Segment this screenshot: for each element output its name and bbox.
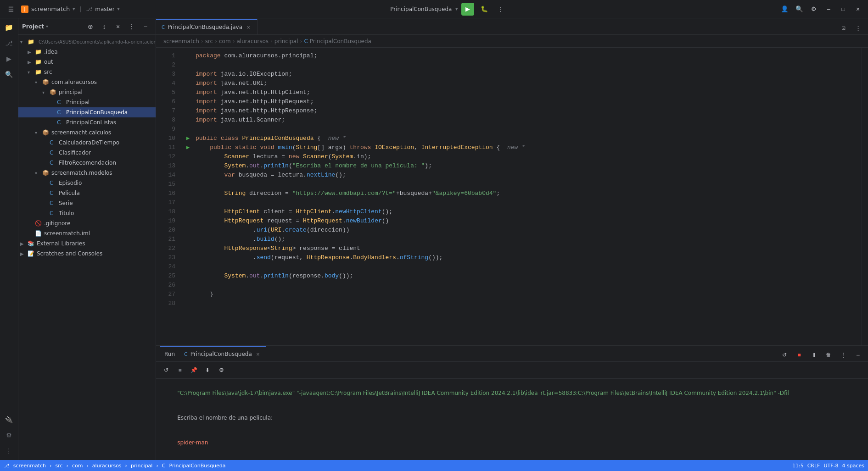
status-crlf[interactable]: CRLF [807, 463, 820, 469]
tree-label: com.aluracursos [51, 79, 156, 85]
panel-tabs: Run C PrincipalConBusqueda × ↺ ■ ⏸ 🗑 ⋮ − [156, 346, 868, 362]
library-icon: 📚 [28, 240, 35, 247]
settings-button[interactable]: ⚙ [807, 3, 820, 16]
tree-item-principal-pkg[interactable]: ▾ 📦 principal [18, 87, 156, 97]
breadcrumb-item-pcb[interactable]: PrincipalConBusqueda [310, 38, 371, 44]
console-tab-close[interactable]: × [255, 351, 261, 357]
tree-item-Episodio[interactable]: ▶ C Episodio [18, 178, 156, 188]
tree-item-Clasificador[interactable]: ▶ C Clasificador [18, 148, 156, 158]
app-name[interactable]: screenmatch [31, 6, 70, 12]
activity-more-icon[interactable]: ⋮ [2, 443, 17, 458]
folder-icon: 📁 [28, 39, 35, 45]
spacer: ▶ [42, 150, 50, 155]
tree-item-FiltroRecomendacion[interactable]: ▶ C FiltroRecomendacion [18, 158, 156, 168]
console-stop[interactable]: ■ [174, 364, 186, 377]
status-indent[interactable]: 4 spaces [842, 463, 865, 469]
code-content[interactable]: package com.aluracursos.principal; impor… [179, 48, 862, 345]
panel-rerun-button[interactable]: ↺ [778, 349, 791, 361]
more-run-options[interactable]: ⋮ [494, 3, 507, 16]
maximize-button[interactable]: □ [837, 3, 850, 16]
status-src[interactable]: src [55, 463, 62, 469]
status-class-name[interactable]: PrincipalConBusqueda [169, 463, 226, 469]
tree-item-gitignore[interactable]: ▶ 🚫 .gitignore [18, 218, 156, 228]
tab-close-button[interactable]: × [245, 24, 252, 30]
run-config-name[interactable]: PrincipalConBusqueda [390, 6, 452, 12]
tree-item-com-aluracursos[interactable]: ▾ 📦 com.aluracursos [18, 77, 156, 87]
spacer: ▶ [50, 120, 57, 125]
sidebar-close[interactable]: × [112, 20, 124, 33]
breadcrumb-item-com[interactable]: com [219, 38, 231, 44]
tree-item-screenmatch-iml[interactable]: ▶ 📄 screenmatch.iml [18, 228, 156, 238]
console-rerun[interactable]: ↺ [160, 364, 173, 377]
editor-scrollbar[interactable] [862, 48, 868, 345]
tree-item-CalculadoraDeTiempo[interactable]: ▶ C CalculadoraDeTiempo [18, 138, 156, 148]
spacer: ▶ [50, 100, 57, 105]
panel-clear-button[interactable]: 🗑 [822, 349, 835, 361]
account-button[interactable]: 👤 [778, 3, 791, 16]
status-principal[interactable]: principal [131, 463, 152, 469]
editor-tab-principal[interactable]: C PrincipalConBusqueda.java × [156, 19, 258, 34]
hamburger-icon[interactable]: ☰ [4, 2, 18, 17]
sidebar-more[interactable]: ⋮ [125, 20, 138, 33]
console-pin[interactable]: 📌 [187, 364, 200, 377]
tree-item-Serie[interactable]: ▶ C Serie [18, 198, 156, 208]
run-line-11[interactable]: ▶ [186, 143, 190, 152]
status-aluracursos[interactable]: aluracursos [92, 463, 122, 469]
console-settings[interactable]: ⚙ [215, 364, 228, 377]
search-button[interactable]: 🔍 [793, 3, 806, 16]
breadcrumb-item-class[interactable]: C [304, 38, 308, 44]
branch-name[interactable]: master [95, 6, 114, 12]
panel-pause-button[interactable]: ⏸ [807, 349, 820, 361]
tree-item-Titulo[interactable]: ▶ C Titulo [18, 208, 156, 218]
panel-more-button[interactable]: ⋮ [837, 349, 850, 361]
breadcrumb-item-screenmatch[interactable]: screenmatch [163, 38, 199, 44]
debug-button[interactable]: 🐛 [478, 3, 491, 16]
breadcrumb-sep-2: › [215, 38, 217, 44]
breadcrumb-item-aluracursos[interactable]: aluracursos [236, 38, 269, 44]
panel-stop-button[interactable]: ■ [793, 349, 806, 361]
activity-settings-icon[interactable]: ⚙ [2, 428, 17, 443]
activity-project-icon[interactable]: 📁 [2, 20, 17, 35]
activity-plugins-icon[interactable]: 🔌 [2, 412, 17, 427]
sidebar-collapse[interactable]: ↕ [98, 20, 111, 33]
console-scroll[interactable]: ⬇ [201, 364, 214, 377]
breadcrumb-item-src[interactable]: src [205, 38, 213, 44]
status-encoding[interactable]: UTF-8 [823, 463, 838, 469]
activity-search-icon[interactable]: 🔍 [2, 67, 17, 82]
run-button[interactable]: ▶ [461, 3, 474, 16]
code-line-9 [186, 125, 862, 134]
tree-item-idea[interactable]: ▶ 📁 .idea [18, 47, 156, 57]
sidebar-tree: ▾ 📁 screenmatch C:\Users\ASUS\Documents\… [18, 35, 156, 460]
tree-item-Pelicula[interactable]: ▶ C Pelicula [18, 188, 156, 198]
status-line-col[interactable]: 11:5 [792, 463, 804, 469]
arrow-icon: ▾ [35, 171, 42, 176]
tree-item-PrincipalConListas[interactable]: ▶ C PrincipalConListas [18, 117, 156, 127]
tree-item-scratches[interactable]: ▶ 📝 Scratches and Consoles [18, 249, 156, 259]
status-com[interactable]: com [72, 463, 83, 469]
tree-item-screenmatch-modelos[interactable]: ▾ 📦 screenmatch.modelos [18, 168, 156, 178]
panel-tab-console[interactable]: C PrincipalConBusqueda × [179, 346, 266, 361]
console-line-3: spider-man [160, 430, 864, 455]
sidebar-new-file[interactable]: ⊕ [84, 20, 97, 33]
code-line-18: HttpClient client = HttpClient.newHttpCl… [186, 207, 862, 216]
activity-git-icon[interactable]: ⎇ [2, 36, 17, 50]
sidebar-minimize[interactable]: − [139, 20, 152, 33]
editor-split-icon[interactable]: ⊡ [837, 22, 850, 34]
tree-item-screenmacht-calculos[interactable]: ▾ 📦 screenmacht.calculos [18, 127, 156, 138]
tree-item-screenmatch[interactable]: ▾ 📁 screenmatch C:\Users\ASUS\Documents\… [18, 37, 156, 47]
minimize-button[interactable]: − [822, 3, 835, 16]
breadcrumb-item-principal[interactable]: principal [274, 38, 298, 44]
tree-item-src[interactable]: ▾ 📁 src [18, 67, 156, 77]
editor-more-icon[interactable]: ⋮ [851, 22, 864, 34]
panel-minimize[interactable]: − [851, 349, 864, 361]
tree-item-out[interactable]: ▶ 📁 out [18, 57, 156, 67]
activity-run-icon[interactable]: ▶ [2, 51, 17, 66]
close-button[interactable]: × [851, 3, 864, 16]
status-project[interactable]: screenmatch [13, 463, 46, 469]
branch-arrow: ▾ [118, 6, 120, 11]
panel-tab-run[interactable]: Run [160, 346, 179, 361]
run-line-10[interactable]: ▶ [186, 134, 190, 143]
tree-item-PrincipalConBusqueda[interactable]: ▶ C PrincipalConBusqueda [18, 107, 156, 117]
tree-item-Principal[interactable]: ▶ C Principal [18, 97, 156, 107]
tree-item-external-libraries[interactable]: ▶ 📚 External Libraries [18, 238, 156, 249]
